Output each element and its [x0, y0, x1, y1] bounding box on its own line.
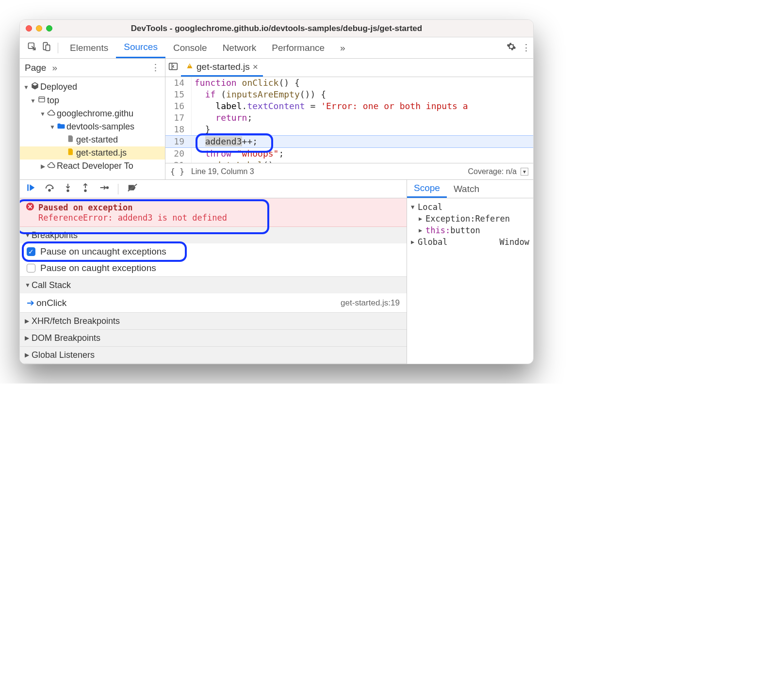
breakpoints-header[interactable]: ▼ Breakpoints: [20, 227, 407, 243]
page-tab[interactable]: Page: [25, 63, 46, 73]
line-number[interactable]: 15: [165, 89, 192, 100]
navigator-overflow[interactable]: »: [52, 63, 57, 73]
scope-value: Referen: [475, 214, 510, 224]
coverage-dropdown-icon[interactable]: ▾: [521, 168, 528, 176]
scope-pane: Scope Watch ▼Local ▶ Exception: Referen …: [407, 180, 533, 364]
xhr-breakpoints-header[interactable]: ▶ XHR/fetch Breakpoints: [20, 313, 407, 329]
code-line[interactable]: 18 }: [165, 124, 533, 135]
checkbox-unchecked-icon[interactable]: [27, 264, 35, 272]
line-content: return;: [192, 112, 252, 124]
dom-breakpoints-header[interactable]: ▶ DOM Breakpoints: [20, 330, 407, 346]
resume-icon[interactable]: [26, 183, 35, 195]
tree-label: get-started.js: [76, 148, 127, 158]
section-label: Call Stack: [32, 280, 71, 290]
code-line[interactable]: 14function onClick() {: [165, 77, 533, 89]
code-line[interactable]: 19 addend3++;: [165, 135, 533, 148]
global-listeners-header[interactable]: ▶ Global Listeners: [20, 347, 407, 363]
file-tree: ▼ Deployed ▼ top ▼: [20, 77, 165, 176]
navigator-more-icon[interactable]: ⋮: [151, 62, 160, 73]
editor-tab-getstarted[interactable]: get-started.js ×: [181, 59, 263, 77]
titlebar: DevTools - googlechrome.github.io/devtoo…: [20, 20, 533, 37]
tree-top[interactable]: ▼ top: [20, 94, 165, 107]
global-listeners-section: ▶ Global Listeners: [20, 347, 407, 364]
tree-origin[interactable]: ▼ googlechrome.githu: [20, 107, 165, 120]
pretty-print-icon[interactable]: { }: [170, 167, 184, 176]
line-number[interactable]: 17: [165, 112, 192, 124]
code-line[interactable]: 20 throw "whoops";: [165, 148, 533, 160]
scope-exception[interactable]: ▶ Exception: Referen: [411, 213, 529, 224]
scope-this[interactable]: ▶ this: button: [411, 224, 529, 236]
pause-uncaught-row[interactable]: ✓ Pause on uncaught exceptions: [20, 243, 407, 260]
checkbox-checked-icon[interactable]: ✓: [27, 247, 35, 256]
tree-file-html[interactable]: get-started: [20, 133, 165, 146]
tab-network[interactable]: Network: [215, 37, 264, 58]
editor-tabstrip: get-started.js ×: [165, 59, 533, 77]
file-icon: [65, 135, 76, 145]
code-line[interactable]: 15 if (inputsAreEmpty()) {: [165, 89, 533, 100]
tab-elements[interactable]: Elements: [62, 37, 116, 58]
tab-watch[interactable]: Watch: [447, 180, 486, 198]
tree-react-devtools[interactable]: ▶ React Developer To: [20, 160, 165, 173]
toggle-navigator-icon[interactable]: [168, 62, 181, 73]
scope-tabs: Scope Watch: [407, 180, 533, 198]
line-number[interactable]: 21: [165, 160, 192, 163]
tab-console[interactable]: Console: [165, 37, 215, 58]
line-content: function onClick() {: [192, 77, 300, 89]
cube-icon: [30, 81, 40, 93]
line-number[interactable]: 18: [165, 124, 192, 135]
close-tab-icon[interactable]: ×: [253, 62, 258, 72]
code-editor: get-started.js × 14function onClick() {1…: [165, 59, 533, 179]
device-toolbar-icon[interactable]: [39, 42, 54, 54]
callstack-section: ▼ Call Stack ➔ onClick get-started.js:19: [20, 277, 407, 313]
line-content: }: [192, 124, 211, 135]
pause-banner: Paused on exception ReferenceError: adde…: [20, 198, 407, 227]
settings-icon[interactable]: [504, 42, 519, 54]
tree-folder[interactable]: ▼ devtools-samples: [20, 120, 165, 133]
line-number[interactable]: 20: [165, 148, 192, 160]
tab-scope[interactable]: Scope: [407, 180, 447, 198]
more-icon[interactable]: ⋮: [519, 42, 533, 53]
inspect-element-icon[interactable]: [25, 42, 39, 54]
code-area[interactable]: 14function onClick() {15 if (inputsAreEm…: [165, 77, 533, 163]
tree-label: devtools-samples: [66, 122, 134, 132]
js-file-icon: [65, 148, 76, 158]
step-icon[interactable]: [98, 183, 109, 195]
deactivate-breakpoints-icon[interactable]: [127, 183, 138, 195]
svg-point-9: [67, 190, 69, 192]
tab-performance[interactable]: Performance: [264, 37, 332, 58]
tree-deployed[interactable]: ▼ Deployed: [20, 80, 165, 94]
code-line[interactable]: 17 return;: [165, 112, 533, 124]
callstack-header[interactable]: ▼ Call Stack: [20, 277, 407, 293]
tab-sources[interactable]: Sources: [116, 37, 165, 58]
cloud-icon: [46, 109, 57, 119]
cloud-icon: [46, 161, 57, 171]
svg-rect-3: [39, 97, 45, 102]
navigator-header: Page » ⋮: [20, 59, 165, 77]
pause-title: Paused on exception: [38, 203, 132, 212]
tabs-overflow[interactable]: »: [332, 37, 353, 58]
tree-file-js[interactable]: get-started.js: [20, 146, 165, 160]
current-frame-icon: ➔: [27, 297, 36, 308]
line-number[interactable]: 16: [165, 100, 192, 112]
pause-caught-row[interactable]: Pause on caught exceptions: [20, 260, 407, 276]
debugger-left: Paused on exception ReferenceError: adde…: [20, 180, 407, 364]
scope-global[interactable]: ▶ Global Window: [411, 236, 529, 248]
checkbox-label: Pause on caught exceptions: [40, 263, 156, 273]
svg-rect-2: [46, 45, 49, 51]
step-out-icon[interactable]: [81, 183, 90, 195]
scope-local[interactable]: ▼Local: [411, 201, 529, 213]
tree-label: top: [47, 96, 59, 106]
step-over-icon[interactable]: [44, 183, 55, 195]
tree-label: get-started: [76, 135, 118, 145]
line-number[interactable]: 14: [165, 77, 192, 89]
svg-point-8: [49, 190, 50, 192]
section-label: XHR/fetch Breakpoints: [32, 316, 120, 326]
editor-statusbar: { } Line 19, Column 3 Coverage: n/a ▾: [165, 163, 533, 179]
code-line[interactable]: 16 label.textContent = 'Error: one or bo…: [165, 100, 533, 112]
line-number[interactable]: 19: [165, 136, 192, 147]
xhr-breakpoints-section: ▶ XHR/fetch Breakpoints: [20, 313, 407, 330]
callstack-frame[interactable]: ➔ onClick get-started.js:19: [20, 293, 407, 312]
step-into-icon[interactable]: [64, 183, 72, 195]
divider: [58, 43, 58, 53]
code-line[interactable]: 21 updateLabel();: [165, 160, 533, 163]
